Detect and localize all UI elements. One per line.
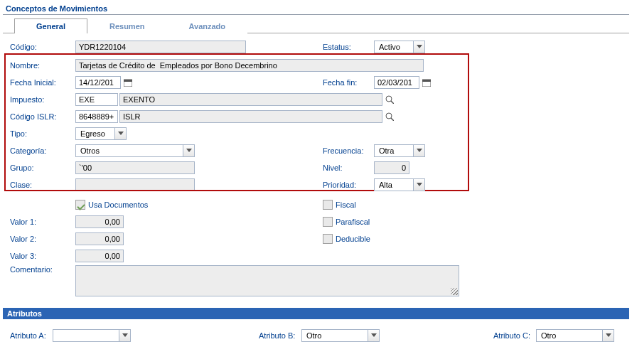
islr-code-field[interactable] bbox=[75, 110, 118, 123]
form-general: Código: Estatus: Activo Nombre: Fecha In… bbox=[3, 33, 629, 305]
atributo-a-select[interactable] bbox=[53, 329, 131, 342]
label-codigo-islr: Código ISLR: bbox=[10, 112, 75, 121]
label-fecha-fin: Fecha fin: bbox=[323, 78, 374, 87]
attributes-bar: Atributos bbox=[3, 308, 629, 319]
valor3-field[interactable] bbox=[75, 250, 124, 262]
svg-marker-10 bbox=[186, 149, 192, 152]
search-icon[interactable] bbox=[384, 94, 395, 105]
fecha-fin-field[interactable] bbox=[374, 76, 419, 89]
svg-marker-12 bbox=[417, 183, 422, 186]
label-clase: Clase: bbox=[10, 181, 75, 189]
nombre-field[interactable] bbox=[75, 59, 424, 72]
svg-marker-14 bbox=[371, 333, 377, 337]
comentario-field[interactable] bbox=[75, 265, 459, 296]
attributes-row: Atributo A: Atributo B: Otro Atributo C:… bbox=[3, 319, 629, 349]
svg-point-7 bbox=[386, 113, 392, 119]
label-frecuencia: Frecuencia: bbox=[323, 146, 374, 155]
islr-desc-field[interactable] bbox=[119, 110, 382, 123]
atributo-b-select[interactable]: Otro bbox=[301, 329, 380, 342]
calendar-icon[interactable] bbox=[421, 77, 432, 88]
label-tipo: Tipo: bbox=[10, 129, 75, 138]
svg-marker-9 bbox=[118, 132, 124, 135]
label-grupo: Grupo: bbox=[10, 164, 75, 172]
svg-marker-11 bbox=[417, 149, 422, 152]
chevron-down-icon[interactable] bbox=[602, 330, 614, 341]
label-fiscal: Fiscal bbox=[336, 200, 356, 209]
valor1-field[interactable] bbox=[75, 215, 124, 228]
grupo-field[interactable] bbox=[75, 161, 195, 174]
tab-avanzado[interactable]: Avanzado bbox=[167, 18, 248, 33]
tab-general[interactable]: General bbox=[14, 18, 87, 33]
svg-rect-2 bbox=[124, 80, 132, 82]
estatus-select[interactable]: Activo bbox=[374, 41, 425, 53]
calendar-icon[interactable] bbox=[122, 77, 134, 88]
nivel-field[interactable] bbox=[374, 161, 409, 174]
label-parafiscal: Parafiscal bbox=[336, 218, 370, 226]
parafiscal-checkbox[interactable] bbox=[323, 217, 333, 227]
categoria-select[interactable]: Otros bbox=[75, 144, 195, 157]
frecuencia-select[interactable]: Otra bbox=[374, 144, 425, 157]
tabs-bar: General Resumen Avanzado bbox=[3, 18, 629, 33]
chevron-down-icon[interactable] bbox=[114, 128, 126, 139]
chevron-down-icon[interactable] bbox=[183, 145, 194, 156]
label-codigo: Código: bbox=[10, 43, 75, 51]
chevron-down-icon[interactable] bbox=[413, 179, 424, 191]
svg-marker-15 bbox=[606, 333, 611, 337]
label-atributo-a: Atributo A: bbox=[10, 331, 47, 340]
label-deducible: Deducible bbox=[336, 235, 370, 243]
svg-rect-4 bbox=[422, 80, 431, 82]
page-title: Conceptos de Movimientos bbox=[3, 3, 629, 15]
svg-marker-0 bbox=[417, 45, 422, 48]
label-nombre: Nombre: bbox=[10, 61, 75, 70]
atributo-c-select[interactable]: Otro bbox=[536, 329, 614, 342]
svg-point-5 bbox=[386, 96, 392, 102]
clase-field[interactable] bbox=[75, 178, 195, 191]
chevron-down-icon[interactable] bbox=[119, 330, 130, 341]
impuesto-desc-field[interactable] bbox=[119, 93, 382, 106]
fiscal-checkbox[interactable] bbox=[323, 200, 333, 210]
deducible-checkbox[interactable] bbox=[323, 234, 333, 244]
label-impuesto: Impuesto: bbox=[10, 95, 75, 104]
label-nivel: Nivel: bbox=[323, 164, 374, 172]
chevron-down-icon[interactable] bbox=[368, 330, 379, 341]
fecha-inicial-field[interactable] bbox=[75, 76, 121, 89]
label-estatus: Estatus: bbox=[323, 43, 374, 51]
search-icon[interactable] bbox=[384, 111, 395, 122]
chevron-down-icon[interactable] bbox=[413, 145, 424, 156]
usa-documentos-checkbox[interactable] bbox=[75, 200, 85, 210]
chevron-down-icon[interactable] bbox=[413, 41, 424, 53]
svg-marker-13 bbox=[122, 333, 128, 337]
label-fecha-inicial: Fecha Inicial: bbox=[10, 78, 75, 87]
label-atributo-b: Atributo B: bbox=[259, 331, 296, 340]
label-valor3: Valor 3: bbox=[10, 252, 75, 260]
codigo-field[interactable] bbox=[75, 41, 246, 53]
prioridad-select[interactable]: Alta bbox=[374, 178, 425, 191]
tipo-select[interactable]: Egreso bbox=[75, 127, 127, 140]
impuesto-code-field[interactable] bbox=[75, 93, 118, 106]
label-usa-documentos: Usa Documentos bbox=[88, 200, 148, 209]
label-atributo-c: Atributo C: bbox=[493, 331, 530, 340]
label-valor2: Valor 2: bbox=[10, 235, 75, 243]
label-categoria: Categoría: bbox=[10, 146, 75, 155]
svg-line-8 bbox=[391, 118, 394, 121]
label-comentario: Comentario: bbox=[10, 265, 75, 274]
label-valor1: Valor 1: bbox=[10, 218, 75, 226]
svg-line-6 bbox=[391, 101, 394, 104]
valor2-field[interactable] bbox=[75, 232, 124, 245]
label-prioridad: Prioridad: bbox=[323, 181, 374, 189]
tab-resumen[interactable]: Resumen bbox=[87, 18, 167, 33]
